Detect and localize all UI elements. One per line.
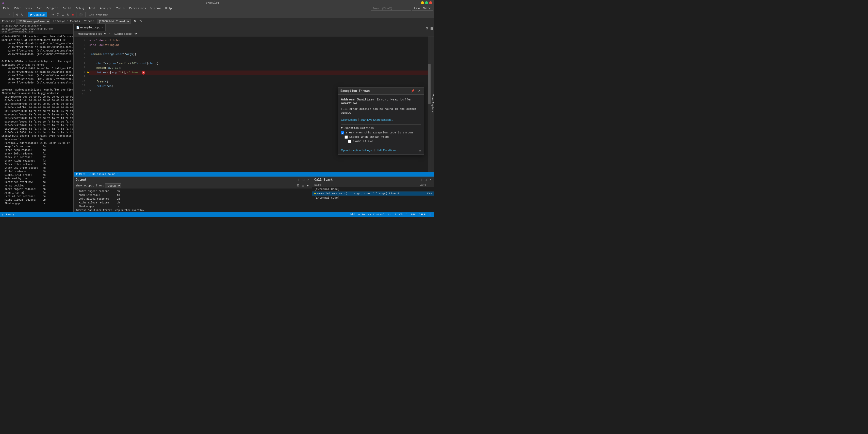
bookmark-btn[interactable]: ⚑ xyxy=(132,19,137,24)
breakpoints-btn[interactable]: ⚫ xyxy=(78,12,84,17)
maximize-button[interactable] xyxy=(425,1,428,4)
output-move-up-btn[interactable]: ⇧ xyxy=(297,178,301,181)
step-into-btn[interactable]: ↧ xyxy=(56,12,60,17)
step-out-btn[interactable]: ↥ xyxy=(61,12,65,17)
output-close-btn[interactable]: ✕ xyxy=(306,178,310,181)
copy-details-btn[interactable]: Copy Details xyxy=(341,118,357,121)
refresh-btn[interactable]: ↻ xyxy=(138,19,143,24)
menu-view[interactable]: View xyxy=(24,6,34,10)
menu-edit[interactable]: Edit xyxy=(12,6,23,10)
output-panel-title: Output xyxy=(76,178,87,181)
menu-test[interactable]: Test xyxy=(87,6,97,10)
code-line-10: free(x); xyxy=(89,80,428,84)
menu-file[interactable]: File xyxy=(1,6,12,10)
cs-row1-lang: C++ xyxy=(420,192,432,195)
process-select[interactable]: [3248] example1.exe xyxy=(17,19,50,24)
menu-build[interactable]: Build xyxy=(61,6,73,10)
callstack-maximize-btn[interactable]: □ xyxy=(424,178,427,181)
code-line-9 xyxy=(89,75,428,80)
editor-settings-btn[interactable]: ⚙ xyxy=(425,26,429,31)
cs-row0-name: [External Code] xyxy=(314,188,420,191)
menu-git[interactable]: Git xyxy=(35,6,44,10)
toolbar-sep1 xyxy=(13,12,13,17)
minimize-button[interactable] xyxy=(421,1,424,4)
team-explorer-tab[interactable]: Team Explorer xyxy=(431,36,434,172)
status-info-btn[interactable]: ⓘ xyxy=(117,172,119,176)
menu-help[interactable]: Help xyxy=(163,6,174,10)
status-bar-right: Add to Source Control Ln: 2 Ch: 1 SPC CR… xyxy=(349,213,432,216)
editor-status-line: 111% ▼ | ✓ No issues found ⓘ xyxy=(73,172,434,176)
current-frame-icon: ► xyxy=(314,192,316,195)
exception-close-btn[interactable]: ✕ xyxy=(417,89,421,93)
start-live-share-btn[interactable]: Start Live Share session... xyxy=(361,118,393,121)
code-line-3 xyxy=(89,48,428,52)
callstack-move-up-btn[interactable]: ⇧ xyxy=(419,178,423,181)
menu-analyze[interactable]: Analyze xyxy=(98,6,114,10)
toolbar: ← → ↺ ↻ ▶ Continue ⇥ ↧ ↥ ↻ ■ ⚫ INT PREVI… xyxy=(0,11,434,18)
step-over-btn[interactable]: ⇥ xyxy=(51,12,55,17)
search-input[interactable] xyxy=(371,6,411,11)
stop-btn[interactable]: ■ xyxy=(71,12,75,17)
status-ready: Ready xyxy=(6,213,14,216)
window-controls xyxy=(421,1,432,4)
editor-split-btn[interactable]: ▦ xyxy=(429,26,434,31)
exception-body: Address Sanitizer Error: Heap buffer ove… xyxy=(338,95,424,147)
continue-button[interactable]: ▶ Continue xyxy=(28,12,47,17)
code-line-7: memset(x, 0, 10); xyxy=(89,66,428,70)
callstack-panel-controls: ⇧ □ ✕ xyxy=(419,178,432,181)
exception-footer: Open Exception Settings | Edit Condition… xyxy=(338,147,424,155)
process-bar: Process: [3248] example1.exe Lifecycle E… xyxy=(0,18,434,24)
exception-dialog: Exception Thrown 📌 ✕ Address Sanitizer E… xyxy=(338,87,424,155)
checkbox-break-when[interactable] xyxy=(341,131,344,134)
settings-header[interactable]: ▼ Exception Settings xyxy=(341,127,421,130)
status-account-icon: 👤 xyxy=(429,213,432,216)
close-button[interactable] xyxy=(429,1,432,4)
toolbar-redo-btn[interactable]: ↻ xyxy=(20,12,25,17)
menu-project[interactable]: Project xyxy=(44,6,60,10)
output-clear-btn[interactable]: ☒ xyxy=(296,183,300,188)
output-maximize-btn[interactable]: □ xyxy=(302,178,305,181)
toolbar-back-btn[interactable]: ← xyxy=(1,12,6,17)
thread-select[interactable]: [17808] Main Thread xyxy=(97,19,130,24)
open-exception-settings-btn[interactable]: Open Exception Settings xyxy=(341,148,372,152)
output-source-select[interactable]: Debug xyxy=(105,183,121,188)
show-output-label: Show output from: xyxy=(76,184,104,187)
breadcrumb-files-select[interactable]: Miscellaneous Files xyxy=(76,32,107,35)
toolbar-sep5 xyxy=(85,12,86,17)
tab-close-btn[interactable]: ✕ xyxy=(101,26,103,29)
breadcrumb-scope-select[interactable]: (Global Scope) xyxy=(112,32,138,35)
toolbar-undo-btn[interactable]: ↺ xyxy=(15,12,20,17)
status-bar: ⚡ Ready Add to Source Control Ln: 2 Ch: … xyxy=(0,212,434,217)
editor-scrollbar[interactable] xyxy=(428,36,431,172)
callstack-row-0[interactable]: [External Code] xyxy=(312,187,434,192)
status-lightning-icon: ⚡ xyxy=(2,213,4,216)
output-panel: Output ⇧ □ ✕ Show output from: Debug ☒ ≣ xyxy=(73,177,312,217)
live-share-button[interactable]: Live Share xyxy=(412,6,433,11)
restart-btn[interactable]: ↻ xyxy=(66,12,70,17)
code-line-8: ► int res = x[argc * 10]; // Boom! ✕ xyxy=(89,70,428,75)
menu-window[interactable]: Window xyxy=(149,6,163,10)
zoom-dropdown[interactable]: ▼ xyxy=(83,173,85,176)
menu-extensions[interactable]: Extensions xyxy=(127,6,148,10)
callstack-close-btn[interactable]: ✕ xyxy=(428,178,432,181)
status-ch: Ch: 1 xyxy=(399,213,408,216)
output-word-wrap-btn[interactable]: ≣ xyxy=(301,183,305,188)
main-container: C:\MSDN\cpp-docs-pr\docs\c-language\ASAN… xyxy=(0,24,434,217)
checkbox-except-when[interactable] xyxy=(344,135,348,139)
add-source-control[interactable]: Add to Source Control xyxy=(349,213,385,216)
output-lock-scroll-btn[interactable]: ▼ xyxy=(306,184,310,188)
continue-play-icon: ▶ xyxy=(30,13,32,16)
exception-pin-btn[interactable]: 📌 xyxy=(410,89,415,93)
checkbox-example1-exe[interactable] xyxy=(348,140,351,143)
current-line-arrow: ► xyxy=(87,70,89,75)
callstack-row-1[interactable]: ► example1.exe!main(int argc, char * * a… xyxy=(312,192,434,196)
menu-debug[interactable]: Debug xyxy=(73,6,86,10)
callstack-row-2[interactable]: [External Code] xyxy=(312,196,434,200)
output-toolbar: Show output from: Debug ☒ ≣ ▼ xyxy=(73,183,312,189)
toolbar-forward-btn[interactable]: → xyxy=(7,12,12,17)
menu-tools[interactable]: Tools xyxy=(114,6,127,10)
exception-settings: ▼ Exception Settings Break when this exc… xyxy=(341,124,421,143)
tab-example1-cpp[interactable]: 📄 example1.cpp ✕ xyxy=(73,24,105,31)
tab-bar: 📄 example1.cpp ✕ ⚙ ▦ xyxy=(73,24,434,31)
edit-conditions-btn[interactable]: Edit Conditions xyxy=(377,148,396,152)
